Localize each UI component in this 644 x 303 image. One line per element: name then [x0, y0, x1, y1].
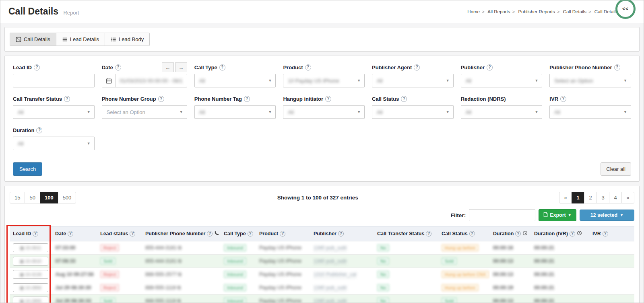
column-header-duration-ivr: Duration (IVR)?	[531, 226, 589, 241]
filter-input-date[interactable]: 01/03/2023 00:00:00 - 08/1	[102, 74, 187, 87]
lead-id-button[interactable]: ▦ 10-3610	[13, 257, 48, 266]
export-button[interactable]: Export ▼	[539, 209, 576, 221]
help-icon: ?	[219, 64, 225, 71]
tab-lead-details[interactable]: Lead Details	[56, 33, 105, 46]
filter-select-call-transfer-status[interactable]: All▼	[13, 105, 95, 119]
prev-date-range-button[interactable]: ←	[162, 62, 174, 72]
publisher-link[interactable]: 1340 pub_subl	[314, 258, 347, 265]
column-header-lead-status[interactable]: Lead status?	[97, 226, 142, 241]
lead-id-button[interactable]: ▦ 10-3611	[13, 243, 48, 252]
caret-down-icon: ▼	[620, 213, 623, 217]
breadcrumb-home[interactable]: Home	[467, 9, 480, 14]
lead-id-button[interactable]: ▦ 10-3139	[13, 270, 48, 279]
filter-select-phone-number-tag[interactable]: All▼	[194, 105, 276, 119]
table-header-row: Lead ID?Date?Lead status?Publisher Phone…	[10, 226, 634, 241]
filter-select-hangup-initiator[interactable]: All▼	[283, 105, 365, 119]
pagination-page-1[interactable]: 1	[572, 192, 584, 203]
filter-value-redaction-ndrs: All	[466, 109, 471, 115]
breadcrumb-current[interactable]: Call Details	[594, 9, 618, 14]
tab-call-details[interactable]: Call Details	[10, 33, 56, 46]
cell-call-type: Inbound	[221, 255, 256, 268]
filter-select-redaction-ndrs[interactable]: All▼	[461, 105, 543, 119]
filter-label-phone-number-tag: Phone Number Tag	[194, 96, 242, 102]
filter-select-call-status[interactable]: All▼	[372, 105, 454, 119]
help-icon: ?	[64, 96, 70, 102]
cell-duration: 00:00:16	[490, 241, 531, 255]
chevron-down-icon: ▼	[87, 141, 91, 145]
breadcrumb-all-reports[interactable]: All Reports	[487, 9, 510, 14]
status-badge: Reject	[100, 284, 119, 291]
page-size-50[interactable]: 50	[25, 192, 40, 203]
lead-id-button[interactable]: ▦ 10-2856	[13, 283, 48, 292]
pagination-page-2[interactable]: 2	[584, 192, 597, 203]
breadcrumb-call-details[interactable]: Call Details	[563, 9, 586, 14]
status-badge: No	[377, 244, 389, 251]
publisher-link[interactable]: 1340 pub_subl	[314, 245, 347, 251]
cell-date: Aug 10 09:27:56	[52, 268, 97, 281]
help-icon: ?	[34, 64, 40, 71]
filter-select-duration[interactable]: All▼	[13, 137, 95, 150]
page-size-500[interactable]: 500	[58, 192, 76, 203]
filter-select-product[interactable]: 10 Payday US iPhone▼	[283, 74, 365, 87]
column-header-date[interactable]: Date?	[52, 226, 97, 241]
table-filter-input[interactable]	[469, 209, 535, 221]
cell-product: Payday US iPhone	[256, 255, 310, 268]
publisher-link[interactable]: 1310 Publisher_cal	[314, 272, 356, 278]
next-date-range-button[interactable]: →	[175, 62, 187, 72]
pagination-page-3[interactable]: 3	[597, 192, 609, 203]
publisher-link[interactable]: 1340 pub_subl	[314, 298, 347, 303]
column-header-ivr: IVR?	[589, 226, 634, 241]
pagination-next[interactable]: »	[621, 192, 634, 203]
cell-call-transfer-status: No	[374, 268, 438, 281]
help-icon: ?	[401, 96, 407, 102]
report-tabs: Call Details Lead Details Lead Body	[10, 33, 150, 46]
filter-field-redaction-ndrs: Redaction (NDRS)All▼	[461, 94, 543, 119]
cell-call-transfer-status: No	[374, 281, 438, 295]
cell-lead-id: ▦ 10-3139	[10, 268, 52, 281]
collapse-panel-button[interactable]: <<	[615, 0, 636, 19]
clear-all-button[interactable]: Clear all	[601, 162, 631, 176]
filter-field-product: Product?10 Payday US iPhone▼	[283, 62, 365, 87]
status-badge: Sold	[442, 257, 457, 265]
tab-lead-body[interactable]: Lead Body	[105, 33, 149, 46]
search-button[interactable]: Search	[13, 162, 42, 176]
lead-id-button[interactable]: ▦ 10-2855	[13, 297, 48, 303]
date-range-arrows: ←→	[162, 62, 187, 72]
help-icon: ?	[426, 231, 431, 237]
page-size-15[interactable]: 15	[10, 192, 25, 203]
filter-select-call-type[interactable]: All▼	[194, 74, 276, 87]
filter-value-duration: All	[18, 141, 23, 147]
cell-publisher-phone: 888-555-1118 ⧉	[142, 281, 221, 295]
filter-select-ivr[interactable]: All▼	[549, 105, 631, 119]
filter-select-publisher[interactable]: All▼	[461, 74, 543, 87]
help-icon: ?	[560, 96, 566, 102]
pagination-prev[interactable]: «	[559, 192, 572, 203]
filter-input-lead-id[interactable]	[17, 74, 91, 87]
filter-label-call-status: Call Status	[372, 96, 399, 102]
filter-select-publisher-agent[interactable]: All▼	[372, 74, 454, 87]
column-header-call-status[interactable]: Call Status?	[438, 226, 490, 241]
cell-call-status: Hung up before	[438, 281, 490, 295]
columns-selected-button[interactable]: 12 selected ▼	[580, 210, 634, 221]
status-badge: Inbound	[224, 271, 246, 278]
filter-field-call-type: Call Type?All▼	[194, 62, 276, 87]
cell-call-status: Hung up before CNX	[438, 268, 490, 281]
page-size-100[interactable]: 100	[40, 192, 58, 203]
cell-ivr	[589, 241, 634, 255]
cell-ivr	[589, 255, 634, 268]
breadcrumb-publisher-reports[interactable]: Publisher Reports	[518, 9, 555, 14]
cell-date: 07:08:33	[52, 255, 97, 268]
filter-select-phone-number-group[interactable]: Select an Option▼	[102, 105, 187, 119]
pagination-page-4[interactable]: 4	[609, 192, 622, 203]
publisher-link[interactable]: 1340 pub_subl	[314, 285, 347, 291]
table-row: ▦ 10-2855Jul 29 08:30:33Sold888-555-1118…	[10, 295, 634, 303]
column-header-publisher-phone-number: Publisher Phone Number?	[142, 226, 221, 241]
filter-label-publisher-agent: Publisher Agent	[372, 64, 412, 71]
help-icon: ?	[603, 231, 608, 237]
column-header-lead-id[interactable]: Lead ID?	[10, 226, 52, 241]
filter-select-publisher-phone-number[interactable]: Select an Option▼	[549, 74, 631, 87]
filter-value-call-transfer-status: All	[18, 109, 23, 115]
help-icon: ?	[36, 127, 42, 133]
cell-call-type: Inbound	[221, 268, 256, 281]
column-header-call-transfer-status[interactable]: Call Transfer Status?	[374, 226, 438, 241]
